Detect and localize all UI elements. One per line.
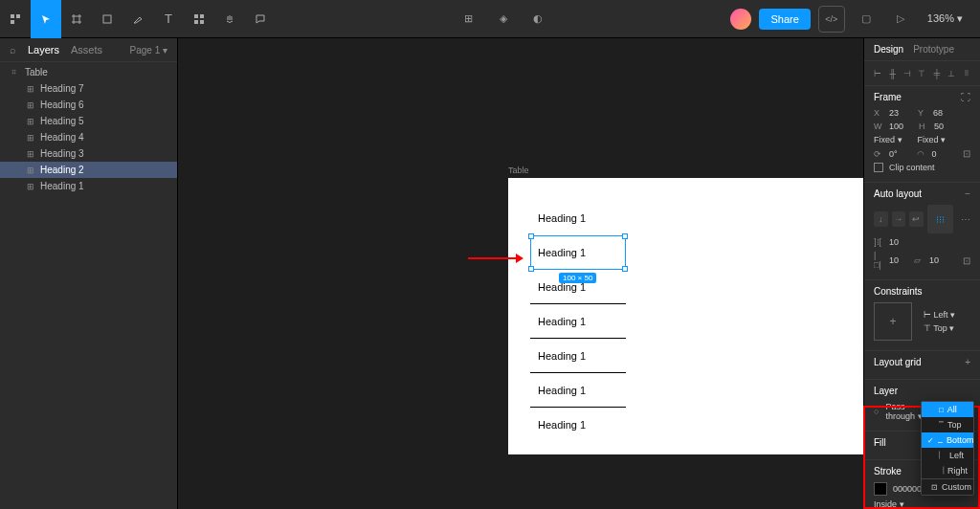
align-bottom-icon[interactable]: ⊥ [946,67,957,79]
table-cell[interactable]: Heading 1 [530,304,626,339]
section-title: Layer [874,386,898,396]
table-cell[interactable]: Heading 1 [530,408,626,442]
layer-row[interactable]: ⊞Heading 3 [0,145,177,162]
x-input[interactable]: 23 [889,108,899,118]
frame-tool[interactable] [61,0,92,38]
align-vcenter-icon[interactable]: ╪ [931,67,943,79]
svg-rect-0 [11,14,14,18]
table-cell[interactable]: Heading 1 [530,373,626,408]
move-tool[interactable] [31,0,61,38]
distribute-icon[interactable]: ⫴ [961,67,972,79]
svg-rect-7 [200,20,204,24]
blend-dropdown[interactable]: Pass through ▾ [886,402,924,421]
layer-row[interactable]: ⊞Heading 5 [0,113,177,129]
svg-rect-3 [103,15,111,23]
page-selector[interactable]: Page 1 ▾ [130,45,167,55]
resources-tool[interactable] [184,0,214,38]
width-input[interactable]: 100 [889,122,903,131]
align-left-icon[interactable]: ⊢ [872,67,883,79]
hand-tool[interactable] [214,0,245,38]
gap-input[interactable]: 10 [889,237,899,247]
direction-down-icon[interactable]: ↓ [874,211,888,227]
remove-icon[interactable]: − [965,188,970,199]
library-icon[interactable]: ▢ [853,6,880,33]
stroke-side-all[interactable]: □All [922,402,973,417]
y-input[interactable]: 68 [933,108,943,118]
height-mode[interactable]: Fixed ▾ [918,135,947,144]
pen-tool[interactable] [122,0,153,38]
layer-row[interactable]: ⊞Heading 4 [0,129,177,145]
selection-size-badge: 100 × 50 [559,273,596,283]
share-button[interactable]: Share [759,9,810,30]
constraints-widget[interactable]: + [874,302,912,341]
search-icon[interactable]: ⌕ [10,44,16,55]
frame-label[interactable]: Table [508,166,529,175]
alignment-grid[interactable]: ⁝⁝⁝ [927,205,953,233]
svg-rect-2 [11,20,14,24]
table-cell[interactable]: Heading 1 [530,339,626,373]
svg-rect-6 [194,20,198,24]
align-right-icon[interactable]: ⊣ [902,67,913,79]
stroke-color-hex[interactable]: 000000 [893,484,922,494]
layer-label: Heading 4 [40,132,84,143]
width-mode[interactable]: Fixed ▾ [874,135,902,144]
layers-tab[interactable]: Layers [28,44,59,55]
constraint-h-dropdown[interactable]: ⊢ Left ▾ [924,310,955,320]
shape-tool[interactable] [92,0,122,38]
stroke-side-top[interactable]: ⎺Top [922,417,973,432]
layer-label: Table [25,67,48,77]
grid-toggle-icon[interactable]: ⊞ [456,6,482,33]
rotation-input[interactable]: 0° [889,149,898,159]
independent-padding-icon[interactable]: ⊡ [963,255,970,266]
align-top-icon[interactable]: ⊤ [916,67,927,79]
layer-row[interactable]: ⊞Heading 7 [0,80,177,97]
stroke-position-dropdown[interactable]: Inside ▾ [874,499,904,509]
wrap-icon[interactable]: ↩ [909,211,924,227]
mask-icon[interactable]: ◐ [524,6,551,33]
direction-right-icon[interactable]: → [892,211,906,227]
present-icon[interactable]: ▷ [887,6,914,33]
stroke-color-swatch[interactable] [874,482,887,496]
assets-tab[interactable]: Assets [71,44,102,55]
blend-icon: ○ [874,407,880,416]
fit-icon[interactable]: ⛶ [961,92,970,102]
padding-v-input[interactable]: 10 [929,255,939,265]
rotation-icon: ⟳ [874,149,883,159]
padding-h-input[interactable]: 10 [889,255,899,265]
avatar[interactable] [730,9,751,30]
layer-row[interactable]: ⊞Heading 6 [0,97,177,113]
main-menu-button[interactable] [0,0,31,38]
add-icon[interactable]: + [965,357,970,367]
layer-label: Heading 6 [40,100,84,110]
radius-input[interactable]: 0 [932,149,937,159]
layer-row-selected[interactable]: ⊞Heading 2 [0,162,177,178]
section-title: Frame [874,92,902,102]
component-icon[interactable]: ◈ [490,6,517,33]
stroke-side-custom[interactable]: ⊡Custom [922,478,973,495]
canvas[interactable]: Table Heading 1 Heading 1 Heading 1 Head… [178,38,863,509]
stroke-side-bottom[interactable]: ✓⎽Bottom [922,432,973,448]
height-input[interactable]: 50 [934,122,944,131]
prototype-tab[interactable]: Prototype [913,44,954,55]
layer-label: Heading 3 [40,148,84,159]
design-tab[interactable]: Design [874,44,903,55]
clip-checkbox[interactable] [874,163,883,172]
text-tool[interactable]: T [153,0,184,38]
component-icon: ⊞ [27,166,40,175]
annotation-arrow-icon [468,253,523,264]
constraint-v-dropdown[interactable]: ⊤ Top ▾ [924,323,955,333]
align-hcenter-icon[interactable]: ╫ [886,67,898,79]
comment-tool[interactable] [245,0,276,38]
stroke-side-left[interactable]: ⎸Left [922,448,973,463]
stroke-side-right[interactable]: ⎹Right [922,463,973,478]
more-icon[interactable]: ⋯ [961,214,970,225]
canvas-frame[interactable]: Heading 1 Heading 1 Heading 1 Heading 1 … [508,178,863,454]
table-cell[interactable]: Heading 1 [530,201,626,235]
layer-row[interactable]: ⊞Heading 1 [0,178,177,194]
independent-corners-icon[interactable]: ⊡ [963,148,970,159]
component-icon: ⊞ [27,133,40,143]
zoom-dropdown[interactable]: 136% ▾ [922,12,969,25]
dev-mode-icon[interactable]: </> [818,6,845,33]
stroke-side-menu: □All ⎺Top ✓⎽Bottom ⎸Left ⎹Right ⊡Custom [921,401,974,496]
layer-row-table[interactable]: ⌗Table [0,64,177,80]
